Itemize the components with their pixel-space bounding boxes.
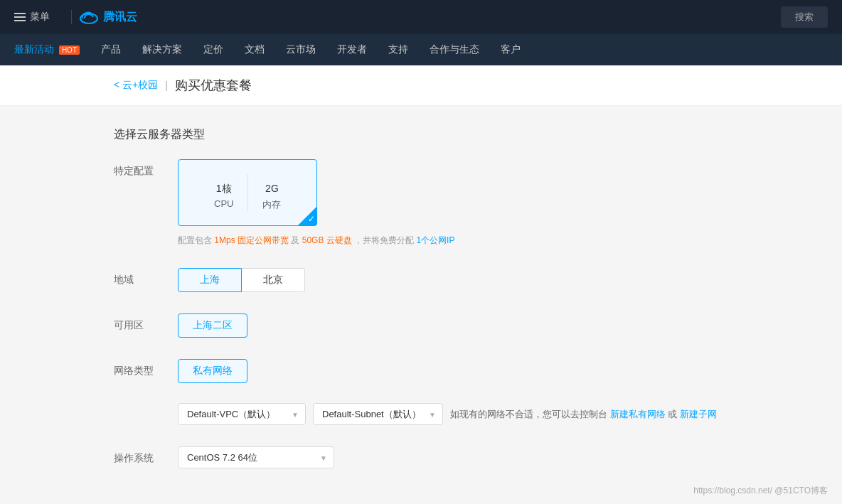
network-content: 私有网络 Default-VPC（默认） Default-Subnet（默认） … xyxy=(178,359,728,425)
top-navbar: 菜单 腾讯云 搜索 xyxy=(0,0,842,34)
page-content: 选择云服务器类型 特定配置 1核 CPU 2G 内存 xyxy=(0,106,842,504)
logo-text: 腾讯云 xyxy=(103,10,137,25)
nav-item-pricing[interactable]: 定价 xyxy=(203,43,223,56)
config-cpu: 1核 CPU xyxy=(200,174,248,211)
network-hint: 如现有的网络不合适，您可以去控制台 新建私有网络 或 新建子网 xyxy=(450,408,717,421)
nav-item-support[interactable]: 支持 xyxy=(388,43,408,56)
breadcrumb-back-link[interactable]: < 云+校园 xyxy=(114,79,158,92)
menu-label: 菜单 xyxy=(30,11,50,23)
nav-item-solutions[interactable]: 解决方案 xyxy=(142,43,182,56)
breadcrumb-separator: | xyxy=(165,80,168,91)
subnet-select[interactable]: Default-Subnet（默认） xyxy=(313,403,443,425)
memory-label: 内存 xyxy=(262,198,281,211)
nav-item-customers[interactable]: 客户 xyxy=(501,43,521,56)
os-label: 操作系统 xyxy=(114,446,178,465)
main-navbar: 最新活动 HOT 产品 解决方案 定价 文档 云市场 开发者 支持 合作与生态 … xyxy=(0,34,842,65)
menu-toggle[interactable]: 菜单 xyxy=(14,11,50,23)
new-subnet-link[interactable]: 新建子网 xyxy=(680,409,717,419)
config-label: 特定配置 xyxy=(114,159,178,178)
config-card-1core2g[interactable]: 1核 CPU 2G 内存 xyxy=(178,159,317,226)
nav-item-developer[interactable]: 开发者 xyxy=(337,43,367,56)
config-note-highlight2: 50GB 云硬盘 xyxy=(302,235,352,245)
search-button[interactable]: 搜索 xyxy=(781,6,828,28)
hamburger-icon xyxy=(14,13,26,21)
config-memory: 2G 内存 xyxy=(248,174,295,211)
nav-item-ecosystem[interactable]: 合作与生态 xyxy=(430,43,479,56)
config-note-highlight1: 1Mps 固定公网带宽 xyxy=(214,235,289,245)
new-vpc-link[interactable]: 新建私有网络 xyxy=(610,409,666,419)
nav-item-latest-activity[interactable]: 最新活动 HOT xyxy=(14,43,80,56)
logo-area: 腾讯云 xyxy=(79,10,137,25)
os-content: CentOS 7.2 64位 xyxy=(178,446,728,468)
region-label: 地域 xyxy=(114,268,178,286)
nav-item-market[interactable]: 云市场 xyxy=(286,43,316,56)
config-note: 配置包含 1Mps 固定公网带宽 及 50GB 云硬盘 ，并将免费分配 1个公网… xyxy=(178,235,728,247)
network-label: 网络类型 xyxy=(114,359,178,377)
zone-btn-shanghai2[interactable]: 上海二区 xyxy=(178,313,247,338)
logo-divider xyxy=(71,10,72,24)
cpu-number: 1核 xyxy=(214,174,233,197)
region-row: 地域 上海 北京 xyxy=(114,268,728,292)
network-type-btn[interactable]: 私有网络 xyxy=(178,359,247,383)
os-select-wrapper: CentOS 7.2 64位 xyxy=(178,446,334,468)
network-row: 网络类型 私有网络 Default-VPC（默认） Default-Subnet… xyxy=(114,359,728,425)
selected-check xyxy=(298,207,316,225)
os-select[interactable]: CentOS 7.2 64位 xyxy=(178,446,334,468)
cpu-label: CPU xyxy=(214,198,233,209)
breadcrumb-bar: < 云+校园 | 购买优惠套餐 xyxy=(0,65,842,106)
cloud-icon xyxy=(79,10,99,24)
vpc-select[interactable]: Default-VPC（默认） xyxy=(178,403,306,425)
config-content: 1核 CPU 2G 内存 配置包含 1Mps 固定公网带宽 及 xyxy=(178,159,728,247)
region-content: 上海 北京 xyxy=(178,268,728,292)
zone-row: 可用区 上海二区 xyxy=(114,313,728,338)
region-btn-group: 上海 北京 xyxy=(178,268,728,292)
nav-item-products[interactable]: 产品 xyxy=(101,43,121,56)
zone-label: 可用区 xyxy=(114,313,178,332)
vpc-select-wrapper: Default-VPC（默认） xyxy=(178,403,306,425)
zone-content: 上海二区 xyxy=(178,313,728,338)
config-card-group: 1核 CPU 2G 内存 xyxy=(178,159,728,226)
breadcrumb-current: 购买优惠套餐 xyxy=(175,77,252,94)
memory-number: 2G xyxy=(262,174,281,197)
section-title: 选择云服务器类型 xyxy=(114,127,728,142)
subnet-select-wrapper: Default-Subnet（默认） xyxy=(313,403,443,425)
region-btn-shanghai[interactable]: 上海 xyxy=(178,268,242,292)
nav-item-docs[interactable]: 文档 xyxy=(245,43,265,56)
os-row: 操作系统 CentOS 7.2 64位 xyxy=(114,446,728,468)
network-selects: Default-VPC（默认） Default-Subnet（默认） 如现有的网… xyxy=(178,403,728,425)
config-note-link[interactable]: 1个公网IP xyxy=(416,235,454,245)
region-btn-beijing[interactable]: 北京 xyxy=(242,268,305,292)
hot-badge: HOT xyxy=(59,45,80,55)
footer-watermark: https://blog.csdn.net/ @51CTO博客 xyxy=(693,485,828,497)
config-row: 特定配置 1核 CPU 2G 内存 xyxy=(114,159,728,247)
